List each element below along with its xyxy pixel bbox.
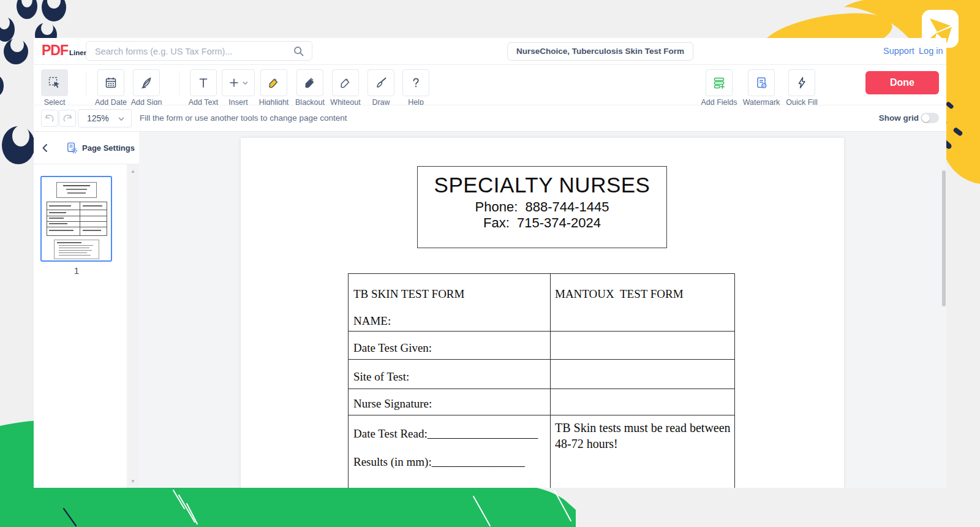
table-column-divider [550, 274, 551, 488]
scroll-up-arrow[interactable]: ▲ [127, 169, 139, 174]
select-cursor-icon [48, 76, 61, 89]
done-button[interactable]: Done [865, 71, 939, 94]
tb-skin-test-form-title: TB SKIN TEST FORM [353, 287, 464, 301]
whiteout-brush-icon [339, 76, 352, 89]
undo-icon [43, 112, 56, 124]
question-mark-icon [409, 76, 423, 89]
search-input[interactable] [94, 42, 286, 61]
quill-pen-icon [140, 76, 153, 89]
tb-test-table: TB SKIN TEST FORM MANTOUX TEST FORM NAME… [348, 273, 735, 488]
table-row-line [349, 331, 734, 332]
blackout-brush-icon [303, 76, 317, 89]
toggle-knob [922, 114, 930, 122]
tb-read-note: TB Skin tests must be read between 48-72… [555, 420, 731, 452]
logo-pdf: PDF [42, 44, 68, 58]
clinic-header-box: SPECIALTY NURSES Phone: 888-744-1445 Fax… [417, 166, 667, 248]
search-icon[interactable] [293, 45, 304, 59]
pdf-page[interactable]: SPECIALTY NURSES Phone: 888-744-1445 Fax… [241, 138, 844, 488]
watermark-button[interactable]: Watermark [740, 69, 783, 107]
select-tool-button[interactable]: Select [33, 69, 76, 107]
lightning-icon [795, 76, 809, 89]
highlight-brush-icon [267, 76, 281, 89]
zoom-value: 125% [87, 113, 109, 123]
content-area: Page Settings [34, 132, 946, 488]
secondary-toolbar: 125% Fill the form or use another tools … [34, 105, 946, 132]
login-link[interactable]: Log in [919, 46, 943, 56]
calendar-icon [104, 76, 118, 89]
clinic-phone: Phone: 888-744-1445 [418, 199, 666, 215]
main-toolbar: Select Add Date Add Sign Add Text [34, 65, 946, 105]
add-fields-button[interactable]: Add Fields [698, 69, 741, 107]
app-window: PDF Liner NurseChoice, Tuberculosis Skin… [34, 38, 946, 486]
site-of-test-label: Site of Test: [353, 370, 409, 384]
undo-button[interactable] [41, 110, 58, 127]
text-icon [197, 76, 210, 89]
watermark-icon [755, 76, 768, 89]
document-viewer: SPECIALTY NURSES Phone: 888-744-1445 Fax… [139, 132, 946, 488]
support-link[interactable]: Support [883, 46, 914, 56]
show-grid-label: Show grid [845, 113, 919, 123]
results-label: Results (in mm):________________ [353, 455, 525, 469]
plus-icon [228, 77, 240, 89]
thumb-text-block [54, 240, 99, 259]
date-test-given-label: Date Test Given: [353, 341, 432, 355]
clinic-name: SPECIALTY NURSES [418, 173, 666, 197]
clinic-fax: Fax: 715-374-2024 [418, 215, 666, 231]
date-test-read-label: Date Test Read:___________________ [353, 427, 538, 441]
chevron-left-icon [39, 141, 52, 154]
mantoux-test-form-title: MANTOUX TEST FORM [555, 287, 684, 301]
page-settings-button[interactable]: Page Settings [66, 142, 135, 154]
table-row-line [349, 415, 734, 415]
hint-text: Fill the form or use another tools to ch… [140, 113, 347, 123]
sidebar-scrollbar[interactable]: ▲ ▼ [127, 164, 139, 488]
desktop: { "brand": {"name_primary": "PDF", "name… [0, 0, 980, 527]
logo-liner: Liner [69, 49, 86, 58]
quick-fill-button[interactable]: Quick Fill [780, 69, 823, 107]
scroll-down-arrow[interactable]: ▼ [127, 479, 139, 484]
document-title[interactable]: NurseChoice, Tuberculosis Skin Test Form [507, 42, 693, 61]
viewer-scrollbar-thumb[interactable] [942, 170, 946, 306]
zoom-select[interactable]: 125% [78, 109, 132, 127]
search-box [86, 41, 312, 61]
sidebar-header: Page Settings [34, 132, 139, 164]
thumb-header-box [56, 182, 97, 198]
toolbar-divider [179, 72, 180, 96]
name-label: NAME: [353, 314, 391, 328]
add-fields-icon [712, 76, 726, 89]
help-button[interactable]: Help [394, 69, 437, 107]
nurse-signature-label: Nurse Signature: [353, 397, 432, 411]
redo-icon [61, 112, 74, 124]
page-settings-label: Page Settings [82, 143, 135, 153]
page-number: 1 [34, 265, 119, 276]
chevron-down-icon [242, 80, 249, 86]
page-settings-icon [66, 142, 78, 154]
table-row-line [349, 359, 734, 360]
toolbar-divider [86, 72, 86, 96]
collapse-sidebar-button[interactable] [39, 141, 52, 157]
show-grid-toggle[interactable] [921, 113, 939, 123]
thumb-table [47, 202, 107, 236]
page-thumbnail[interactable] [40, 176, 112, 262]
pdfliner-logo[interactable]: PDF Liner [42, 44, 86, 58]
redo-button[interactable] [59, 110, 76, 127]
pages-sidebar: Page Settings [34, 132, 139, 488]
add-sign-button[interactable]: Add Sign [125, 69, 168, 107]
chevron-down-icon [118, 115, 125, 123]
paintbrush-icon [374, 76, 388, 89]
top-header: PDF Liner NurseChoice, Tuberculosis Skin… [34, 38, 946, 65]
table-row-line [349, 389, 734, 389]
